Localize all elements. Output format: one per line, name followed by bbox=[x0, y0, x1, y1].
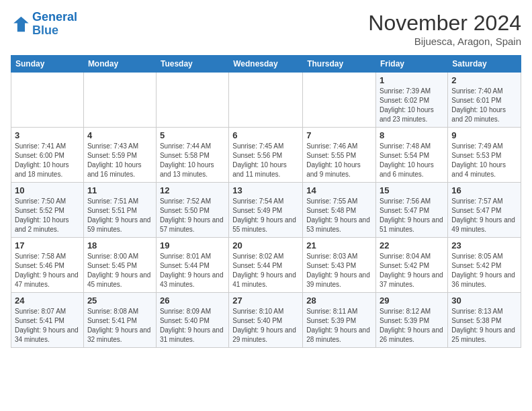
calendar-cell: 26Sunrise: 8:09 AM Sunset: 5:40 PM Dayli… bbox=[156, 293, 228, 348]
day-number: 16 bbox=[451, 185, 517, 195]
day-info: Sunrise: 8:03 AM Sunset: 5:43 PM Dayligh… bbox=[306, 252, 372, 289]
calendar-cell bbox=[83, 73, 156, 128]
day-info: Sunrise: 8:12 AM Sunset: 5:39 PM Dayligh… bbox=[380, 307, 444, 345]
day-info: Sunrise: 7:50 AM Sunset: 5:52 PM Dayligh… bbox=[15, 197, 80, 234]
calendar-cell: 3Sunrise: 7:41 AM Sunset: 6:00 PM Daylig… bbox=[11, 128, 84, 183]
header-thursday: Thursday bbox=[303, 56, 376, 73]
calendar-cell: 2Sunrise: 7:40 AM Sunset: 6:01 PM Daylig… bbox=[448, 73, 521, 128]
calendar-cell: 28Sunrise: 8:11 AM Sunset: 5:39 PM Dayli… bbox=[303, 293, 376, 348]
calendar-cell: 21Sunrise: 8:03 AM Sunset: 5:43 PM Dayli… bbox=[303, 238, 376, 293]
calendar-cell bbox=[229, 73, 303, 128]
day-info: Sunrise: 7:55 AM Sunset: 5:48 PM Dayligh… bbox=[306, 197, 372, 234]
calendar-cell bbox=[156, 73, 228, 128]
day-number: 3 bbox=[15, 130, 80, 140]
calendar-cell: 29Sunrise: 8:12 AM Sunset: 5:39 PM Dayli… bbox=[376, 293, 448, 348]
day-number: 13 bbox=[232, 185, 299, 195]
calendar-cell: 9Sunrise: 7:49 AM Sunset: 5:53 PM Daylig… bbox=[448, 128, 521, 183]
calendar-cell: 19Sunrise: 8:01 AM Sunset: 5:44 PM Dayli… bbox=[156, 238, 228, 293]
logo-text: General Blue bbox=[32, 11, 77, 38]
logo-line2: Blue bbox=[32, 24, 58, 37]
calendar-cell: 22Sunrise: 8:04 AM Sunset: 5:42 PM Dayli… bbox=[376, 238, 448, 293]
day-info: Sunrise: 7:56 AM Sunset: 5:47 PM Dayligh… bbox=[380, 197, 444, 234]
day-number: 25 bbox=[87, 295, 152, 306]
day-info: Sunrise: 7:45 AM Sunset: 5:56 PM Dayligh… bbox=[232, 142, 299, 179]
day-info: Sunrise: 7:44 AM Sunset: 5:58 PM Dayligh… bbox=[160, 142, 225, 179]
day-number: 20 bbox=[232, 240, 299, 250]
day-info: Sunrise: 8:08 AM Sunset: 5:41 PM Dayligh… bbox=[87, 307, 152, 345]
day-number: 10 bbox=[15, 185, 80, 195]
day-number: 5 bbox=[160, 130, 225, 140]
calendar-cell: 16Sunrise: 7:57 AM Sunset: 5:47 PM Dayli… bbox=[448, 183, 521, 238]
header-friday: Friday bbox=[376, 56, 448, 73]
calendar-cell: 10Sunrise: 7:50 AM Sunset: 5:52 PM Dayli… bbox=[11, 183, 84, 238]
header-wednesday: Wednesday bbox=[229, 56, 303, 73]
calendar-cell: 13Sunrise: 7:54 AM Sunset: 5:49 PM Dayli… bbox=[229, 183, 303, 238]
day-number: 26 bbox=[160, 295, 225, 306]
day-number: 8 bbox=[380, 130, 444, 140]
calendar-cell: 12Sunrise: 7:52 AM Sunset: 5:50 PM Dayli… bbox=[156, 183, 228, 238]
day-info: Sunrise: 8:00 AM Sunset: 5:45 PM Dayligh… bbox=[87, 252, 152, 289]
calendar-header-row: SundayMondayTuesdayWednesdayThursdayFrid… bbox=[11, 56, 521, 73]
week-row-2: 3Sunrise: 7:41 AM Sunset: 6:00 PM Daylig… bbox=[11, 128, 521, 183]
calendar-cell bbox=[303, 73, 376, 128]
header-sunday: Sunday bbox=[11, 56, 84, 73]
calendar-cell: 5Sunrise: 7:44 AM Sunset: 5:58 PM Daylig… bbox=[156, 128, 228, 183]
logo: General Blue bbox=[11, 11, 77, 38]
day-number: 18 bbox=[87, 240, 152, 250]
location: Bijuesca, Aragon, Spain bbox=[368, 36, 521, 47]
day-info: Sunrise: 8:09 AM Sunset: 5:40 PM Dayligh… bbox=[160, 307, 225, 345]
day-number: 7 bbox=[306, 130, 372, 140]
day-number: 15 bbox=[380, 185, 444, 195]
day-number: 17 bbox=[15, 240, 80, 250]
header-tuesday: Tuesday bbox=[156, 56, 228, 73]
day-number: 22 bbox=[380, 240, 444, 250]
day-number: 1 bbox=[380, 75, 444, 85]
title-block: November 2024 Bijuesca, Aragon, Spain bbox=[368, 11, 521, 47]
calendar-cell: 15Sunrise: 7:56 AM Sunset: 5:47 PM Dayli… bbox=[376, 183, 448, 238]
day-info: Sunrise: 7:40 AM Sunset: 6:01 PM Dayligh… bbox=[451, 87, 517, 124]
week-row-4: 17Sunrise: 7:58 AM Sunset: 5:46 PM Dayli… bbox=[11, 238, 521, 293]
day-info: Sunrise: 7:43 AM Sunset: 5:59 PM Dayligh… bbox=[87, 142, 152, 179]
day-info: Sunrise: 7:41 AM Sunset: 6:00 PM Dayligh… bbox=[15, 142, 80, 179]
day-number: 4 bbox=[87, 130, 152, 140]
day-info: Sunrise: 7:57 AM Sunset: 5:47 PM Dayligh… bbox=[451, 197, 517, 234]
day-info: Sunrise: 8:04 AM Sunset: 5:42 PM Dayligh… bbox=[380, 252, 444, 289]
calendar-cell: 14Sunrise: 7:55 AM Sunset: 5:48 PM Dayli… bbox=[303, 183, 376, 238]
calendar-cell: 17Sunrise: 7:58 AM Sunset: 5:46 PM Dayli… bbox=[11, 238, 84, 293]
calendar-cell: 24Sunrise: 8:07 AM Sunset: 5:41 PM Dayli… bbox=[11, 293, 84, 348]
day-number: 24 bbox=[15, 295, 80, 306]
day-info: Sunrise: 7:39 AM Sunset: 6:02 PM Dayligh… bbox=[380, 87, 444, 124]
day-info: Sunrise: 7:46 AM Sunset: 5:55 PM Dayligh… bbox=[306, 142, 372, 179]
day-info: Sunrise: 7:51 AM Sunset: 5:51 PM Dayligh… bbox=[87, 197, 152, 234]
day-info: Sunrise: 8:13 AM Sunset: 5:38 PM Dayligh… bbox=[451, 307, 517, 345]
header-monday: Monday bbox=[83, 56, 156, 73]
day-info: Sunrise: 8:05 AM Sunset: 5:42 PM Dayligh… bbox=[451, 252, 517, 289]
calendar-cell bbox=[11, 73, 84, 128]
calendar-cell: 27Sunrise: 8:10 AM Sunset: 5:40 PM Dayli… bbox=[229, 293, 303, 348]
month-title: November 2024 bbox=[368, 11, 521, 36]
week-row-5: 24Sunrise: 8:07 AM Sunset: 5:41 PM Dayli… bbox=[11, 293, 521, 348]
day-info: Sunrise: 8:02 AM Sunset: 5:44 PM Dayligh… bbox=[232, 252, 299, 289]
header-saturday: Saturday bbox=[448, 56, 521, 73]
calendar-cell: 4Sunrise: 7:43 AM Sunset: 5:59 PM Daylig… bbox=[83, 128, 156, 183]
day-number: 27 bbox=[232, 295, 299, 306]
week-row-1: 1Sunrise: 7:39 AM Sunset: 6:02 PM Daylig… bbox=[11, 73, 521, 128]
day-number: 11 bbox=[87, 185, 152, 195]
day-info: Sunrise: 7:48 AM Sunset: 5:54 PM Dayligh… bbox=[380, 142, 444, 179]
day-number: 19 bbox=[160, 240, 225, 250]
page-header: General Blue November 2024 Bijuesca, Ara… bbox=[11, 11, 521, 47]
logo-icon bbox=[11, 15, 30, 34]
day-number: 12 bbox=[160, 185, 225, 195]
day-info: Sunrise: 8:07 AM Sunset: 5:41 PM Dayligh… bbox=[15, 307, 80, 345]
day-number: 23 bbox=[451, 240, 517, 250]
day-info: Sunrise: 8:01 AM Sunset: 5:44 PM Dayligh… bbox=[160, 252, 225, 289]
calendar-cell: 1Sunrise: 7:39 AM Sunset: 6:02 PM Daylig… bbox=[376, 73, 448, 128]
calendar-table: SundayMondayTuesdayWednesdayThursdayFrid… bbox=[11, 55, 521, 348]
day-info: Sunrise: 8:11 AM Sunset: 5:39 PM Dayligh… bbox=[306, 307, 372, 345]
calendar-cell: 6Sunrise: 7:45 AM Sunset: 5:56 PM Daylig… bbox=[229, 128, 303, 183]
calendar-cell: 18Sunrise: 8:00 AM Sunset: 5:45 PM Dayli… bbox=[83, 238, 156, 293]
day-number: 6 bbox=[232, 130, 299, 140]
calendar-cell: 23Sunrise: 8:05 AM Sunset: 5:42 PM Dayli… bbox=[448, 238, 521, 293]
day-info: Sunrise: 7:58 AM Sunset: 5:46 PM Dayligh… bbox=[15, 252, 80, 289]
day-info: Sunrise: 7:54 AM Sunset: 5:49 PM Dayligh… bbox=[232, 197, 299, 234]
